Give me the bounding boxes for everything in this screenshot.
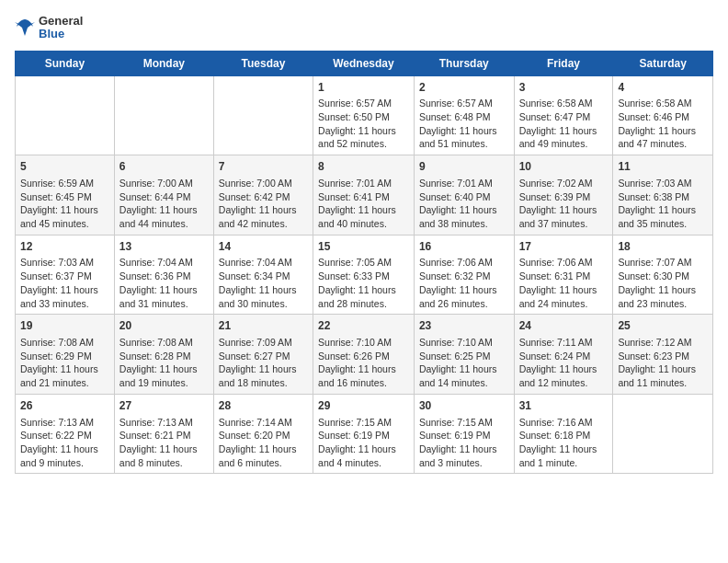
daylight-text: and 23 minutes. — [618, 298, 687, 309]
sunrise-text: Sunrise: 6:58 AM — [519, 98, 593, 109]
daylight-text: Daylight: 11 hours — [318, 125, 396, 136]
sunset-text: Sunset: 6:26 PM — [318, 350, 390, 362]
sunrise-text: Sunrise: 7:01 AM — [318, 178, 392, 189]
daylight-text: and 52 minutes. — [318, 138, 387, 149]
calendar-cell: 17Sunrise: 7:06 AMSunset: 6:31 PMDayligh… — [514, 235, 613, 315]
calendar-cell: 28Sunrise: 7:14 AMSunset: 6:20 PMDayligh… — [213, 394, 313, 474]
day-header-thursday: Thursday — [414, 51, 514, 75]
day-number: 1 — [318, 80, 409, 96]
calendar-cell: 3Sunrise: 6:58 AMSunset: 6:47 PMDaylight… — [514, 75, 613, 155]
calendar-cell: 30Sunrise: 7:15 AMSunset: 6:19 PMDayligh… — [414, 394, 514, 474]
daylight-text: Daylight: 11 hours — [219, 363, 297, 374]
sunrise-text: Sunrise: 7:03 AM — [618, 178, 691, 189]
sunset-text: Sunset: 6:38 PM — [618, 191, 689, 202]
daylight-text: and 9 minutes. — [20, 457, 84, 468]
sunset-text: Sunset: 6:45 PM — [20, 191, 92, 202]
cell-content: Sunrise: 7:02 AMSunset: 6:39 PMDaylight:… — [519, 177, 609, 231]
page-header: General Blue — [15, 15, 713, 41]
day-number: 16 — [419, 239, 509, 255]
sunset-text: Sunset: 6:46 PM — [618, 111, 689, 122]
calendar-cell: 10Sunrise: 7:02 AMSunset: 6:39 PMDayligh… — [514, 155, 613, 236]
sunrise-text: Sunrise: 7:06 AM — [419, 257, 493, 268]
daylight-text: Daylight: 11 hours — [519, 204, 597, 215]
sunrise-text: Sunrise: 7:04 AM — [119, 257, 193, 268]
calendar-cell: 26Sunrise: 7:13 AMSunset: 6:22 PMDayligh… — [16, 394, 115, 474]
daylight-text: Daylight: 11 hours — [119, 443, 198, 454]
sunset-text: Sunset: 6:29 PM — [20, 350, 92, 362]
calendar-cell: 2Sunrise: 6:57 AMSunset: 6:48 PMDaylight… — [414, 75, 514, 155]
daylight-text: and 11 minutes. — [618, 377, 687, 388]
day-number: 28 — [219, 398, 308, 414]
day-number: 21 — [219, 318, 308, 334]
calendar-cell — [114, 75, 213, 155]
calendar-cell: 18Sunrise: 7:07 AMSunset: 6:30 PMDayligh… — [613, 235, 713, 315]
cell-content: Sunrise: 7:13 AMSunset: 6:21 PMDaylight:… — [119, 416, 209, 470]
cell-content: Sunrise: 7:14 AMSunset: 6:20 PMDaylight:… — [219, 416, 308, 470]
daylight-text: and 44 minutes. — [119, 218, 188, 229]
sunrise-text: Sunrise: 7:05 AM — [318, 257, 392, 268]
day-number: 22 — [318, 318, 409, 334]
day-number: 7 — [219, 159, 308, 175]
calendar-cell — [16, 75, 115, 155]
daylight-text: Daylight: 11 hours — [219, 204, 297, 215]
sunrise-text: Sunrise: 6:58 AM — [618, 98, 691, 109]
day-number: 13 — [119, 239, 209, 255]
sunrise-text: Sunrise: 7:00 AM — [219, 178, 292, 189]
day-number: 31 — [519, 398, 609, 414]
calendar-cell: 1Sunrise: 6:57 AMSunset: 6:50 PMDaylight… — [313, 75, 415, 155]
daylight-text: Daylight: 11 hours — [419, 443, 497, 454]
calendar-cell: 13Sunrise: 7:04 AMSunset: 6:36 PMDayligh… — [114, 235, 213, 315]
cell-content: Sunrise: 7:15 AMSunset: 6:19 PMDaylight:… — [419, 416, 509, 470]
calendar-cell: 16Sunrise: 7:06 AMSunset: 6:32 PMDayligh… — [414, 235, 514, 315]
sunset-text: Sunset: 6:18 PM — [519, 430, 591, 441]
daylight-text: and 49 minutes. — [519, 138, 588, 149]
logo-blue-text: Blue — [39, 28, 83, 40]
sunset-text: Sunset: 6:44 PM — [119, 191, 191, 202]
daylight-text: and 21 minutes. — [20, 377, 89, 388]
cell-content: Sunrise: 7:05 AMSunset: 6:33 PMDaylight:… — [318, 256, 409, 310]
sunset-text: Sunset: 6:48 PM — [419, 111, 491, 122]
calendar-cell: 23Sunrise: 7:10 AMSunset: 6:25 PMDayligh… — [414, 315, 514, 395]
daylight-text: Daylight: 11 hours — [219, 284, 297, 295]
daylight-text: Daylight: 11 hours — [20, 204, 98, 215]
sunrise-text: Sunrise: 7:13 AM — [20, 417, 94, 428]
calendar-week-row: 19Sunrise: 7:08 AMSunset: 6:29 PMDayligh… — [16, 315, 713, 395]
daylight-text: and 1 minute. — [519, 457, 578, 468]
sunset-text: Sunset: 6:39 PM — [519, 191, 591, 202]
cell-content: Sunrise: 7:11 AMSunset: 6:24 PMDaylight:… — [519, 336, 609, 390]
daylight-text: Daylight: 11 hours — [419, 284, 497, 295]
sunrise-text: Sunrise: 7:09 AM — [219, 337, 292, 348]
cell-content: Sunrise: 7:06 AMSunset: 6:31 PMDaylight:… — [519, 256, 609, 310]
cell-content: Sunrise: 7:16 AMSunset: 6:18 PMDaylight:… — [519, 416, 609, 470]
calendar-cell: 5Sunrise: 6:59 AMSunset: 6:45 PMDaylight… — [16, 155, 115, 236]
sunset-text: Sunset: 6:19 PM — [419, 430, 491, 441]
sunset-text: Sunset: 6:41 PM — [318, 191, 390, 202]
daylight-text: and 16 minutes. — [318, 377, 387, 388]
sunrise-text: Sunrise: 7:12 AM — [618, 337, 691, 348]
daylight-text: and 3 minutes. — [419, 457, 483, 468]
day-number: 6 — [119, 159, 209, 175]
day-number: 5 — [20, 159, 109, 175]
cell-content: Sunrise: 7:03 AMSunset: 6:37 PMDaylight:… — [20, 256, 109, 310]
day-number: 12 — [20, 239, 109, 255]
daylight-text: Daylight: 11 hours — [618, 284, 696, 295]
daylight-text: and 6 minutes. — [219, 457, 282, 468]
sunrise-text: Sunrise: 7:14 AM — [219, 417, 292, 428]
daylight-text: Daylight: 11 hours — [419, 363, 497, 374]
daylight-text: and 28 minutes. — [318, 298, 387, 309]
calendar-cell: 4Sunrise: 6:58 AMSunset: 6:46 PMDaylight… — [613, 75, 713, 155]
calendar-cell: 31Sunrise: 7:16 AMSunset: 6:18 PMDayligh… — [514, 394, 613, 474]
daylight-text: Daylight: 11 hours — [318, 363, 396, 374]
day-header-friday: Friday — [514, 51, 613, 75]
sunset-text: Sunset: 6:30 PM — [618, 270, 689, 282]
day-header-tuesday: Tuesday — [213, 51, 313, 75]
sunrise-text: Sunrise: 6:59 AM — [20, 178, 94, 189]
day-number: 24 — [519, 318, 609, 334]
sunrise-text: Sunrise: 7:01 AM — [419, 178, 493, 189]
cell-content: Sunrise: 7:01 AMSunset: 6:41 PMDaylight:… — [318, 177, 409, 231]
daylight-text: and 45 minutes. — [20, 218, 89, 229]
calendar-cell: 24Sunrise: 7:11 AMSunset: 6:24 PMDayligh… — [514, 315, 613, 395]
day-number: 17 — [519, 239, 609, 255]
day-number: 11 — [618, 159, 708, 175]
daylight-text: Daylight: 11 hours — [618, 125, 696, 136]
